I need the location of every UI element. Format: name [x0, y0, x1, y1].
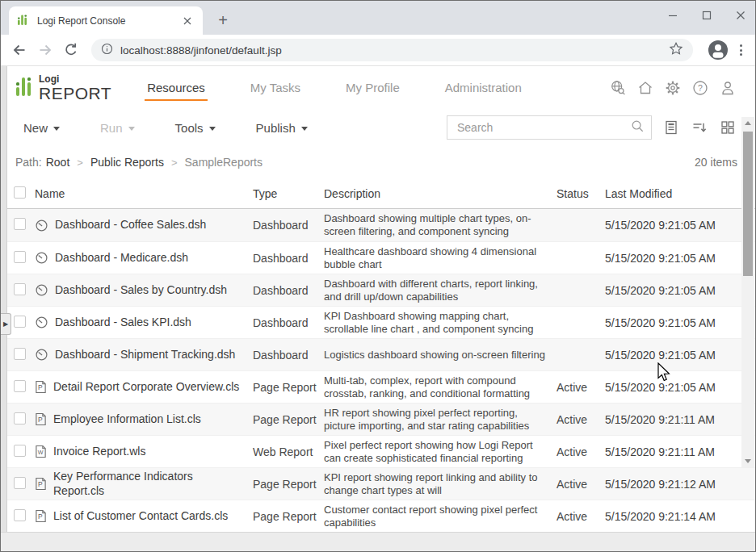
help-icon[interactable]: ?	[692, 80, 708, 96]
nav-administration[interactable]: Administration	[445, 81, 522, 94]
breadcrumb-segment-root[interactable]: Root	[46, 156, 70, 169]
row-checkbox[interactable]	[14, 348, 26, 360]
browser-menu-icon[interactable]	[740, 44, 742, 56]
page-report-icon: P	[35, 509, 47, 523]
home-icon[interactable]	[637, 80, 653, 96]
table-header: Name Type Description Status Last Modifi…	[1, 178, 755, 209]
settings-gear-icon[interactable]	[665, 80, 681, 96]
row-name[interactable]: Detail Report Corporate Overview.cls	[53, 380, 239, 395]
breadcrumb-segment-public-reports[interactable]: Public Reports	[90, 156, 164, 169]
row-checkbox[interactable]	[14, 412, 26, 424]
svg-text:?: ?	[698, 82, 703, 92]
column-header-last-modified[interactable]: Last Modified	[605, 187, 737, 200]
row-status: Active	[556, 413, 605, 426]
row-status: Active	[556, 478, 605, 491]
scroll-up-button[interactable]	[741, 117, 754, 129]
row-checkbox[interactable]	[14, 380, 26, 392]
scroll-down-button[interactable]	[741, 455, 754, 467]
breadcrumb-prefix: Path:	[15, 156, 42, 169]
window-minimize-button[interactable]	[666, 9, 679, 22]
row-checkbox[interactable]	[14, 251, 26, 263]
search-box[interactable]	[447, 115, 652, 140]
new-tab-button[interactable]: +	[212, 10, 233, 31]
web-report-icon: W	[35, 445, 47, 458]
column-header-type[interactable]: Type	[253, 187, 324, 200]
table-row: Dashboard - Shipment Tracking.dshDashboa…	[1, 338, 755, 370]
items-count: 20 items	[695, 156, 737, 169]
header-icons: ?	[610, 80, 736, 96]
nav-resources[interactable]: Resources	[147, 81, 205, 94]
window-close-button[interactable]	[734, 9, 747, 22]
table-row: Dashboard - Sales by Country.dshDashboar…	[1, 274, 755, 306]
menu-new[interactable]: New	[23, 121, 60, 135]
row-description: HR report showing pixel perfect reportin…	[324, 407, 556, 433]
dashboard-gauge-icon	[35, 283, 48, 297]
address-bar[interactable]: localhost:8888/jinfonet/default.jsp	[91, 39, 693, 61]
row-type: Page Report	[253, 381, 324, 394]
app-header: Logi REPORT ResourcesMy TasksMy ProfileA…	[1, 66, 755, 109]
grid-view-icon[interactable]	[720, 119, 736, 136]
row-status: Active	[556, 445, 605, 458]
column-header-status[interactable]: Status	[556, 187, 605, 200]
row-checkbox[interactable]	[14, 509, 26, 521]
search-input[interactable]	[456, 120, 631, 135]
vertical-scrollbar[interactable]	[741, 117, 754, 467]
row-modified: 5/15/2020 9:21:14 AM	[605, 510, 737, 523]
logi-favicon-icon	[17, 13, 30, 29]
global-search-icon[interactable]	[610, 80, 626, 96]
row-name[interactable]: Dashboard - Coffee Sales.dsh	[55, 218, 206, 232]
row-name[interactable]: Dashboard - Shipment Tracking.dsh	[55, 348, 235, 362]
row-name[interactable]: Invoice Report.wls	[53, 445, 145, 459]
row-name[interactable]: Key Performance Indicators Report.cls	[53, 470, 245, 498]
nav-my-tasks[interactable]: My Tasks	[250, 81, 300, 94]
row-name[interactable]: List of Customer Contact Cards.cls	[53, 509, 228, 524]
browser-toolbar: localhost:8888/jinfonet/default.jsp	[1, 35, 755, 66]
row-name[interactable]: Dashboard - Sales by Country.dsh	[55, 283, 227, 298]
site-info-icon[interactable]	[101, 43, 113, 58]
row-description: Customer contact report showing pixel pe…	[324, 504, 556, 529]
row-checkbox[interactable]	[14, 283, 26, 295]
tab-close-icon[interactable]	[180, 14, 195, 28]
forward-button[interactable]	[35, 40, 56, 61]
nav-my-profile[interactable]: My Profile	[346, 81, 400, 94]
dashboard-gauge-icon	[35, 348, 48, 362]
row-type: Dashboard	[253, 219, 324, 232]
row-checkbox[interactable]	[14, 445, 26, 457]
reload-button[interactable]	[61, 40, 82, 61]
panel-expand-toggle[interactable]: ▶	[1, 313, 11, 335]
svg-text:P: P	[38, 383, 43, 391]
row-description: Multi-tab, complex, report with compound…	[324, 374, 556, 400]
search-icon[interactable]	[631, 119, 645, 136]
row-name[interactable]: Dashboard - Sales KPI.dsh	[55, 316, 191, 330]
breadcrumb-separator: >	[171, 157, 178, 169]
user-profile-icon[interactable]	[720, 80, 736, 96]
sort-icon[interactable]	[691, 119, 708, 136]
back-button[interactable]	[9, 40, 30, 61]
menu-publish[interactable]: Publish	[256, 121, 308, 135]
row-name[interactable]: Employee Information List.cls	[53, 412, 201, 427]
browser-tab[interactable]: Logi Report Console	[9, 6, 203, 35]
resource-toolbar: NewRunToolsPublish	[1, 109, 755, 146]
window-maximize-button[interactable]	[700, 9, 713, 22]
bookmark-star-icon[interactable]	[669, 41, 683, 59]
select-all-checkbox[interactable]	[14, 186, 26, 199]
row-checkbox[interactable]	[14, 316, 26, 328]
menu-tools[interactable]: Tools	[175, 121, 216, 135]
row-checkbox[interactable]	[14, 218, 26, 230]
url-text[interactable]: localhost:8888/jinfonet/default.jsp	[120, 44, 669, 56]
table-row: Dashboard - Coffee Sales.dshDashboardDas…	[1, 209, 755, 241]
row-description: Dashboard with different charts, report …	[324, 278, 556, 303]
page-report-icon: P	[35, 477, 47, 491]
row-description: Healthcare dashboard showing 4 dimension…	[324, 245, 556, 271]
row-name[interactable]: Dashboard - Medicare.dsh	[55, 251, 188, 266]
row-checkbox[interactable]	[14, 477, 26, 489]
menu-run[interactable]: Run	[100, 121, 135, 135]
column-header-name[interactable]: Name	[35, 187, 253, 200]
detail-view-icon[interactable]	[663, 119, 679, 136]
row-type: Dashboard	[253, 349, 324, 362]
scrollbar-thumb[interactable]	[743, 132, 753, 276]
row-type: Page Report	[253, 478, 324, 491]
column-header-description[interactable]: Description	[324, 187, 556, 200]
row-status: Active	[556, 510, 605, 523]
browser-profile-avatar[interactable]	[708, 40, 729, 61]
